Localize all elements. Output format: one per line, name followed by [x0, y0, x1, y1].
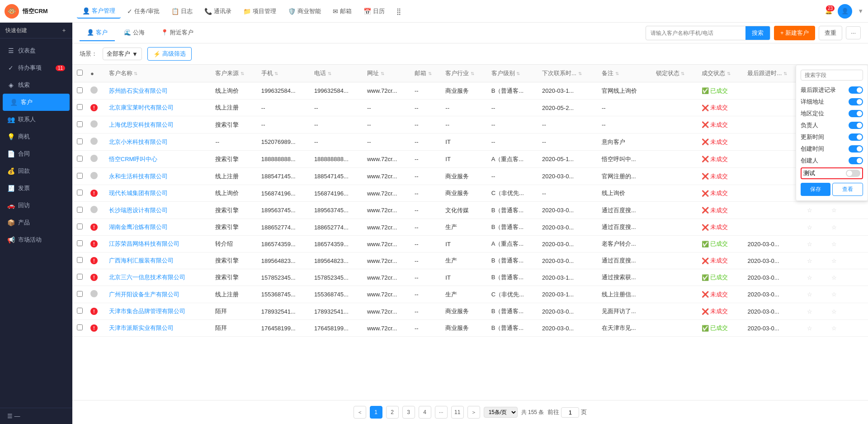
th-name[interactable]: 客户名称 ⇅ — [105, 65, 212, 82]
sub-tab-sea[interactable]: 🌊 公海 — [117, 25, 152, 41]
notification-bell[interactable]: 🔔 23 — [825, 8, 832, 14]
toggle-test-switch[interactable] — [846, 170, 860, 177]
nav-item-log[interactable]: 📋 日志 — [166, 5, 198, 18]
customer-name-link[interactable]: 江苏荣昌网络科技有限公司 — [109, 240, 179, 247]
row-follow-cell[interactable]: ☆ — [828, 286, 852, 303]
sidebar-item-opportunity[interactable]: 💡 商机 — [0, 128, 72, 145]
follow-icon[interactable]: ☆ — [831, 224, 837, 231]
panel-view-button[interactable]: 查看 — [832, 183, 863, 196]
more-options-button[interactable]: ··· — [846, 26, 861, 39]
row-follow-cell[interactable]: ☆ — [828, 303, 852, 320]
row-star-cell[interactable]: ☆ — [803, 219, 828, 236]
customer-name-link[interactable]: 现代长城集团有限公司 — [109, 190, 168, 196]
customer-name-link[interactable]: 北京三六一信息技术有限公司 — [109, 274, 185, 281]
toggle-last-follow-record-switch[interactable] — [849, 86, 863, 94]
sidebar-item-invoice[interactable]: 🧾 发票 — [0, 180, 72, 197]
nav-item-email[interactable]: ✉ 邮箱 — [327, 5, 357, 18]
row-checkbox-cell[interactable] — [72, 269, 87, 286]
follow-icon[interactable]: ☆ — [831, 257, 837, 264]
row-checkbox[interactable] — [77, 173, 83, 179]
row-checkbox[interactable] — [77, 104, 83, 110]
customer-name-link[interactable]: 广州开阳设备生产有限公司 — [109, 291, 179, 298]
star-icon[interactable]: ☆ — [807, 274, 812, 281]
follow-icon[interactable]: ☆ — [831, 308, 837, 315]
row-follow-cell[interactable]: ☆ — [828, 219, 852, 236]
star-icon[interactable]: ☆ — [807, 325, 812, 332]
page-1-button[interactable]: 1 — [370, 406, 382, 419]
th-website[interactable]: 网址 ⇅ — [363, 65, 411, 82]
select-all-checkbox[interactable] — [77, 70, 83, 76]
row-follow-cell[interactable]: ☆ — [828, 252, 852, 269]
star-icon[interactable]: ☆ — [807, 224, 812, 231]
customer-name-link[interactable]: 悟空CRM呼叫中心 — [109, 156, 158, 162]
toggle-creator-switch[interactable] — [849, 157, 863, 164]
row-checkbox-cell[interactable] — [72, 82, 87, 100]
row-checkbox-cell[interactable] — [72, 202, 87, 219]
new-customer-button[interactable]: + 新建客户 — [774, 26, 815, 40]
th-phone[interactable]: 电话 ⇅ — [311, 65, 363, 82]
row-checkbox-cell[interactable] — [72, 185, 87, 202]
row-checkbox[interactable] — [77, 224, 83, 229]
row-star-cell[interactable]: ☆ — [803, 286, 828, 303]
customer-name-link[interactable]: 长沙瑞恩设计有限公司 — [109, 207, 168, 214]
row-star-cell[interactable]: ☆ — [803, 202, 828, 219]
nav-item-customer[interactable]: 👤 客户管理 — [77, 4, 121, 19]
star-icon[interactable]: ☆ — [807, 257, 812, 264]
sidebar-collapse[interactable]: ☰ — — [0, 408, 72, 424]
th-source[interactable]: 客户来源 ⇅ — [212, 65, 257, 82]
row-checkbox[interactable] — [77, 291, 83, 297]
th-mobile[interactable]: 手机 ⇅ — [258, 65, 311, 82]
row-checkbox[interactable] — [77, 257, 83, 263]
row-checkbox[interactable] — [77, 308, 83, 314]
row-checkbox-cell[interactable] — [72, 133, 87, 151]
page-11-button[interactable]: 11 — [451, 406, 464, 419]
row-star-cell[interactable]: ☆ — [803, 236, 828, 252]
sidebar-item-marketing[interactable]: 📢 市场活动 — [0, 231, 72, 248]
sidebar-item-customers[interactable]: 👤 客户 — [3, 94, 70, 111]
row-checkbox-cell[interactable] — [72, 151, 87, 168]
toggle-owner-switch[interactable] — [849, 122, 863, 129]
customer-name-link[interactable]: 北京小米科技有限公司 — [109, 138, 168, 145]
row-checkbox[interactable] — [77, 190, 83, 195]
sub-tab-nearby[interactable]: 📍 附近客户 — [154, 25, 201, 41]
nav-item-more[interactable]: ⣿ — [391, 5, 406, 18]
row-checkbox-cell[interactable] — [72, 252, 87, 269]
row-checkbox-cell[interactable] — [72, 236, 87, 252]
row-checkbox-cell[interactable] — [72, 116, 87, 133]
customer-name-link[interactable]: 永和生活科技有限公司 — [109, 173, 168, 180]
customer-name-link[interactable]: 天津市派斯实业有限公司 — [109, 324, 174, 331]
quick-create-add-icon[interactable]: ＋ — [61, 26, 67, 34]
th-next-contact[interactable]: 下次联系时... ⇅ — [538, 65, 598, 82]
toggle-create-time-switch[interactable] — [849, 145, 863, 152]
prev-page-button[interactable]: ＜ — [354, 406, 366, 419]
toggle-detail-address-switch[interactable] — [849, 98, 863, 105]
customer-name-link[interactable]: 苏州皓石实业有限公司 — [109, 87, 168, 94]
follow-icon[interactable]: ☆ — [831, 325, 837, 332]
th-deal[interactable]: 成交状态 ⇅ — [698, 65, 744, 82]
next-page-button[interactable]: ＞ — [467, 406, 480, 419]
row-checkbox-cell[interactable] — [72, 168, 87, 185]
sidebar-item-payment[interactable]: 💰 回款 — [0, 162, 72, 180]
sidebar-item-contacts[interactable]: 👥 联系人 — [0, 111, 72, 128]
th-level[interactable]: 客户级别 ⇅ — [488, 65, 538, 82]
row-checkbox[interactable] — [77, 138, 83, 144]
row-checkbox[interactable] — [77, 274, 83, 280]
toggle-update-time-switch[interactable] — [849, 133, 863, 141]
sidebar-item-todo[interactable]: ✓ 待办事项 11 — [0, 59, 72, 76]
customer-name-link[interactable]: 上海优思安科技有限公司 — [109, 121, 174, 128]
panel-save-button[interactable]: 保存 — [801, 183, 830, 196]
customer-name-link[interactable]: 广西海利汇服装有限公司 — [109, 257, 174, 264]
follow-icon[interactable]: ☆ — [831, 291, 837, 298]
search-button[interactable]: 搜索 — [745, 26, 770, 40]
page-3-button[interactable]: 3 — [402, 406, 415, 419]
advanced-filter-button[interactable]: ⚡ 高级筛选 — [147, 47, 192, 61]
row-follow-cell[interactable]: ☆ — [828, 269, 852, 286]
sidebar-item-visit[interactable]: 🚗 回访 — [0, 197, 72, 214]
row-checkbox[interactable] — [77, 240, 83, 246]
quick-create-btn[interactable]: 快速创建 — [5, 27, 27, 34]
row-checkbox[interactable] — [77, 121, 83, 127]
nav-item-project[interactable]: 📁 项目管理 — [238, 5, 282, 18]
th-lock[interactable]: 锁定状态 ⇅ — [652, 65, 698, 82]
row-star-cell[interactable]: ☆ — [803, 269, 828, 286]
page-jump-input[interactable] — [561, 407, 579, 418]
